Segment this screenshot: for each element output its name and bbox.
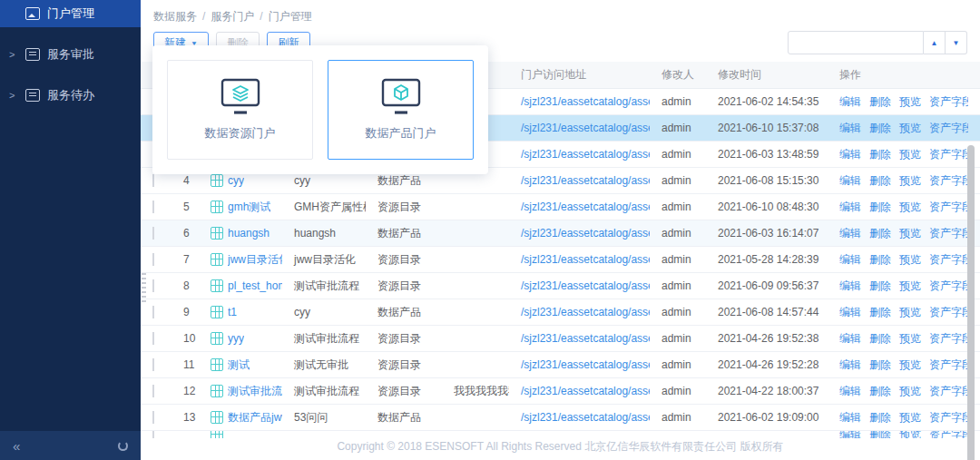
row-checkbox[interactable]	[152, 385, 154, 397]
action-preview-link[interactable]: 预览	[899, 147, 921, 162]
action-edit-link[interactable]: 编辑	[839, 173, 861, 189]
action-delete-link[interactable]: 删除	[869, 305, 891, 320]
portal-url-link[interactable]: /sjzl231/eassetcatalog/asset...	[521, 227, 650, 240]
action-edit-link[interactable]: 编辑	[839, 200, 861, 215]
option-data-resource-portal[interactable]: 数据资源门户	[167, 60, 313, 160]
action-edit-link[interactable]: 编辑	[839, 410, 861, 426]
portal-url-link[interactable]: /sjzl231/eassetcatalog/asset...	[521, 201, 650, 213]
search-up-button[interactable]: ▲	[924, 31, 946, 54]
portal-url-link[interactable]: /sjzl231/eassetcatalog/asset...	[521, 279, 650, 292]
action-preview-link[interactable]: 预览	[899, 305, 921, 320]
portal-url-link[interactable]: /sjzl231/eassetcatalog/asset...	[521, 122, 650, 134]
row-checkbox[interactable]	[152, 201, 154, 213]
action-edit-link[interactable]: 编辑	[839, 431, 861, 438]
action-asset-fields-link[interactable]: 资产字段	[929, 252, 968, 268]
action-asset-fields-link[interactable]: 资产字段	[929, 384, 968, 399]
row-checkbox[interactable]	[152, 279, 154, 292]
collapse-sidebar-icon[interactable]: «	[13, 438, 20, 454]
action-preview-link[interactable]: 预览	[899, 94, 921, 110]
action-delete-link[interactable]: 删除	[869, 431, 891, 438]
action-delete-link[interactable]: 删除	[869, 357, 891, 373]
action-edit-link[interactable]: 编辑	[839, 331, 861, 347]
breadcrumb-item[interactable]: 服务门户	[211, 10, 254, 23]
action-preview-link[interactable]: 预览	[899, 200, 921, 215]
action-asset-fields-link[interactable]: 资产字段	[929, 94, 968, 110]
row-checkbox[interactable]	[152, 431, 154, 438]
portal-url-link[interactable]: /sjzl231/eassetcatalog/asset...	[521, 95, 650, 108]
table-row[interactable]: 11 测试 测试无审批 资源目录 /sjzl231/eassetcatalog/…	[141, 352, 980, 378]
action-asset-fields-link[interactable]: 资产字段	[929, 305, 968, 320]
sidebar-item-service-todo[interactable]: > 服务待办	[0, 82, 141, 109]
action-edit-link[interactable]: 编辑	[839, 357, 861, 373]
action-edit-link[interactable]: 编辑	[839, 94, 861, 110]
action-asset-fields-link[interactable]: 资产字段	[929, 226, 968, 241]
action-asset-fields-link[interactable]: 资产字段	[929, 357, 968, 373]
portal-name-link[interactable]: 测试审批流程	[228, 384, 282, 399]
action-edit-link[interactable]: 编辑	[839, 252, 861, 268]
portal-url-link[interactable]: /sjzl231/eassetcatalog/asset...	[521, 174, 650, 187]
action-preview-link[interactable]: 预览	[899, 384, 921, 399]
portal-name-link[interactable]: pl_test_home	[228, 279, 282, 292]
action-delete-link[interactable]: 删除	[869, 94, 891, 110]
action-preview-link[interactable]: 预览	[899, 173, 921, 189]
action-preview-link[interactable]: 预览	[899, 431, 921, 438]
action-preview-link[interactable]: 预览	[899, 279, 921, 294]
table-row[interactable]: 5 gmh测试 GMH资产属性模板 资源目录 /sjzl231/eassetca…	[141, 194, 980, 220]
action-asset-fields-link[interactable]: 资产字段	[929, 121, 968, 136]
option-data-product-portal[interactable]: 数据产品门户	[328, 60, 474, 160]
table-row[interactable]: 编辑删除预览资产字段	[141, 431, 980, 438]
action-edit-link[interactable]: 编辑	[839, 226, 861, 241]
table-row[interactable]: 7 jww目录活化 jww目录活化 资源目录 /sjzl231/eassetca…	[141, 247, 980, 273]
portal-url-link[interactable]: /sjzl231/eassetcatalog/asset...	[521, 411, 650, 424]
portal-url-link[interactable]: /sjzl231/eassetcatalog/asset...	[521, 148, 650, 161]
action-preview-link[interactable]: 预览	[899, 410, 921, 426]
action-delete-link[interactable]: 删除	[869, 279, 891, 294]
table-row[interactable]: 8 pl_test_home 测试审批流程 资源目录 /sjzl231/eass…	[141, 273, 980, 299]
action-delete-link[interactable]: 删除	[869, 226, 891, 241]
portal-name-link[interactable]: 数据产品jww	[228, 410, 282, 426]
action-preview-link[interactable]: 预览	[899, 121, 921, 136]
action-asset-fields-link[interactable]: 资产字段	[929, 173, 968, 189]
portal-name-link[interactable]: t1	[228, 306, 237, 318]
row-checkbox[interactable]	[152, 306, 154, 318]
row-checkbox[interactable]	[152, 332, 154, 345]
breadcrumb-item[interactable]: 数据服务	[153, 10, 197, 23]
action-edit-link[interactable]: 编辑	[839, 384, 861, 399]
portal-name-link[interactable]: gmh测试	[228, 200, 270, 215]
action-preview-link[interactable]: 预览	[899, 226, 921, 241]
portal-url-link[interactable]: /sjzl231/eassetcatalog/asset...	[521, 332, 650, 345]
table-row[interactable]: 10 yyy 测试审批流程 资源目录 /sjzl231/eassetcatalo…	[141, 326, 980, 352]
action-delete-link[interactable]: 删除	[869, 147, 891, 162]
action-asset-fields-link[interactable]: 资产字段	[929, 279, 968, 294]
action-asset-fields-link[interactable]: 资产字段	[929, 331, 968, 347]
table-row[interactable]: 12 测试审批流程 测试审批流程 资源目录 我我我我我我我... /sjzl23…	[141, 378, 980, 405]
panel-resize-handle[interactable]	[142, 273, 146, 304]
table-row[interactable]: 6 huangsh huangsh 数据产品 /sjzl231/eassetca…	[141, 220, 980, 247]
row-checkbox[interactable]	[152, 227, 154, 240]
action-delete-link[interactable]: 删除	[869, 384, 891, 399]
table-row[interactable]: 9 t1 cyy 数据产品 /sjzl231/eassetcatalog/ass…	[141, 299, 980, 326]
action-edit-link[interactable]: 编辑	[839, 305, 861, 320]
refresh-icon[interactable]	[118, 441, 128, 451]
row-checkbox[interactable]	[152, 174, 154, 187]
row-checkbox[interactable]	[152, 411, 154, 424]
action-delete-link[interactable]: 删除	[869, 200, 891, 215]
action-delete-link[interactable]: 删除	[869, 173, 891, 189]
action-preview-link[interactable]: 预览	[899, 357, 921, 373]
portal-url-link[interactable]: /sjzl231/eassetcatalog/asset...	[521, 358, 650, 371]
action-edit-link[interactable]: 编辑	[839, 279, 861, 294]
table-row[interactable]: 13 数据产品jww 53问问 数据产品 /sjzl231/eassetcata…	[141, 405, 980, 431]
vertical-scrollbar-thumb[interactable]	[967, 145, 975, 460]
action-asset-fields-link[interactable]: 资产字段	[929, 147, 968, 162]
action-edit-link[interactable]: 编辑	[839, 121, 861, 136]
portal-name-link[interactable]: cyy	[228, 174, 244, 187]
action-delete-link[interactable]: 删除	[869, 410, 891, 426]
action-asset-fields-link[interactable]: 资产字段	[929, 431, 968, 438]
sidebar-item-portal-management[interactable]: 门户管理	[0, 0, 141, 27]
action-edit-link[interactable]: 编辑	[839, 147, 861, 162]
portal-name-link[interactable]: yyy	[228, 332, 244, 345]
action-preview-link[interactable]: 预览	[899, 331, 921, 347]
row-checkbox[interactable]	[152, 253, 154, 266]
portal-name-link[interactable]: 测试	[228, 357, 250, 373]
action-asset-fields-link[interactable]: 资产字段	[929, 410, 968, 426]
